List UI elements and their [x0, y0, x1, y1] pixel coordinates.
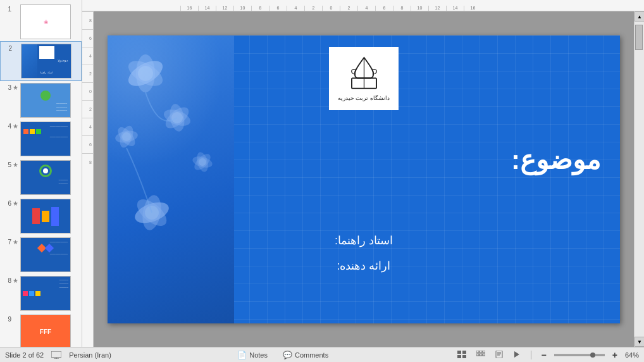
slide-number-6: 6	[3, 200, 11, 207]
comments-label: Comments	[295, 351, 328, 359]
slide-and-ruler: 8 6 4 2 0 2 4 6 8	[82, 11, 644, 347]
svg-rect-29	[457, 355, 461, 358]
slide-item-6[interactable]: 6 ★	[0, 197, 82, 235]
zoom-slider[interactable]	[554, 354, 605, 356]
zoom-thumb[interactable]	[590, 353, 595, 358]
svg-marker-41	[514, 351, 519, 358]
slide-item-3[interactable]: 3 ★ ──────────────────	[0, 81, 82, 120]
status-left: Slide 2 of 62 Persian (Iran)	[5, 351, 111, 359]
slide-star-6: ★	[11, 200, 19, 207]
slide-item-2[interactable]: 2 موضوع: استاد راهنما:	[0, 41, 82, 81]
main-layout: 1 🌸 2 موضوع: استاد راهنما: 3 ★	[0, 0, 644, 347]
reading-view-icon	[495, 351, 503, 359]
status-right: − + 64%	[455, 349, 639, 361]
svg-point-4	[138, 66, 153, 81]
slide-thumb-2: موضوع: استاد راهنما:	[21, 44, 71, 78]
slide-item-5[interactable]: 5 ★ ──────────	[0, 158, 82, 197]
comments-button[interactable]: 💬 Comments	[280, 349, 331, 361]
normal-view-button[interactable]	[455, 349, 469, 361]
slide-count: Slide 2 of 62	[5, 351, 44, 359]
floral-svg	[108, 35, 234, 323]
svg-point-12	[122, 132, 131, 141]
slide-star-7: ★	[11, 239, 19, 246]
university-logo-svg	[344, 55, 385, 93]
zoom-in-icon: +	[612, 350, 617, 360]
slide-number-1: 1	[3, 6, 11, 13]
zoom-out-button[interactable]: −	[539, 349, 549, 361]
svg-rect-32	[480, 351, 482, 353]
slide-thumb-5: ──────────	[20, 160, 71, 195]
slide-item-8[interactable]: 8 ★ ───────────────	[0, 274, 82, 313]
university-name: دانشگاه تربت حیدریه	[338, 95, 390, 101]
ruler-left: 8 6 4 2 0 2 4 6 8	[82, 11, 94, 347]
slide-show-icon	[513, 351, 521, 359]
slide-canvas: دانشگاه تربت حیدریه موضوع: استاد راهنما:…	[108, 35, 620, 323]
presenter-text: ارائه دهنده:	[337, 259, 390, 273]
slide-thumb-9: FFF	[20, 315, 71, 347]
svg-rect-30	[462, 355, 466, 358]
slide-view[interactable]: دانشگاه تربت حیدریه موضوع: استاد راهنما:…	[94, 11, 634, 347]
zoom-track	[554, 354, 605, 356]
slide-thumb-1: 🌸	[20, 4, 71, 39]
language-label: Persian (Iran)	[69, 351, 111, 359]
slide-number-4: 4	[3, 123, 11, 130]
reading-view-button[interactable]	[493, 349, 505, 361]
slide-thumb-3: ──────────────────	[20, 83, 71, 118]
slide-star-8: ★	[11, 277, 19, 284]
svg-rect-33	[483, 351, 485, 353]
status-center: 📄 Notes 💬 Comments	[235, 349, 331, 361]
separator	[531, 351, 531, 359]
zoom-in-button[interactable]: +	[610, 349, 620, 361]
slide-star-5: ★	[11, 161, 19, 168]
ruler-top: 16 14 12 10 8 6 4 2 0 2 4 6 8 10 12 14 1…	[82, 0, 644, 11]
notes-icon: 📄	[237, 351, 247, 359]
svg-rect-34	[476, 354, 479, 356]
slide-number-7: 7	[3, 239, 11, 246]
slide-thumb-6	[20, 199, 71, 234]
slide-thumb-7: ────────── ──────────	[20, 237, 71, 272]
slide-number-5: 5	[3, 161, 11, 168]
scroll-up-button[interactable]: ▲	[635, 11, 644, 22]
scrollbar-thumb[interactable]	[635, 25, 643, 50]
slide-star-3: ★	[11, 84, 19, 91]
slide-number-9: 9	[3, 316, 11, 323]
slide-sorter-button[interactable]	[474, 349, 488, 361]
svg-rect-24	[51, 351, 61, 358]
zoom-out-icon: −	[542, 350, 547, 360]
comments-icon: 💬	[283, 351, 292, 359]
university-logo-box: دانشگاه تربت حیدریه	[329, 47, 399, 110]
zoom-level: 64%	[625, 351, 639, 359]
slide-number-8: 8	[3, 277, 11, 284]
scrollbar-track[interactable]	[635, 22, 644, 337]
svg-rect-37	[496, 351, 502, 358]
svg-point-21	[199, 158, 206, 166]
svg-rect-35	[480, 354, 482, 356]
normal-view-icon	[457, 351, 466, 359]
slide-item-4[interactable]: 4 ★ ────────── ──────────	[0, 120, 82, 158]
supervisor-text: استاد راهنما:	[335, 234, 393, 247]
slide-item-7[interactable]: 7 ★ ────────── ──────────	[0, 235, 82, 274]
status-bar: Slide 2 of 62 Persian (Iran) 📄 Notes 💬 C…	[0, 347, 644, 362]
slide-thumb-4: ────────── ──────────	[20, 122, 71, 156]
notes-label: Notes	[249, 351, 268, 359]
slide-item-1[interactable]: 1 🌸	[0, 3, 82, 41]
slides-panel: 1 🌸 2 موضوع: استاد راهنما: 3 ★	[0, 0, 82, 347]
notes-button[interactable]: 📄 Notes	[235, 349, 270, 361]
slide-sorter-icon	[476, 351, 485, 359]
slide-thumb-8: ───────────────	[20, 276, 71, 311]
slide-item-9[interactable]: 9 FFF	[0, 313, 82, 347]
slide2-thumb-subject: موضوع:	[58, 58, 68, 62]
scroll-down-button[interactable]: ▼	[635, 337, 644, 347]
svg-rect-36	[483, 354, 485, 356]
slide-show-button[interactable]	[511, 349, 523, 361]
slide-star-4: ★	[11, 123, 19, 130]
scrollbar-right: ▲ ▼	[634, 11, 644, 347]
floral-section	[108, 35, 234, 323]
svg-rect-28	[462, 351, 466, 354]
svg-rect-31	[476, 351, 479, 353]
slide-number-3: 3	[3, 84, 11, 91]
svg-rect-27	[457, 351, 461, 354]
subject-text: موضوع:	[511, 144, 601, 175]
presentation-icon	[51, 351, 61, 359]
content-area: 16 14 12 10 8 6 4 2 0 2 4 6 8 10 12 14 1…	[82, 0, 644, 347]
